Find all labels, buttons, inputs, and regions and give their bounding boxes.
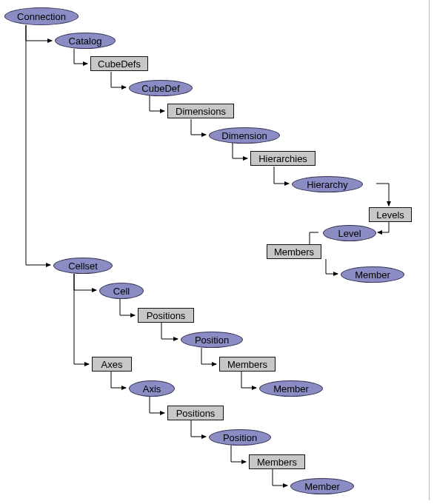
node-cellset: Cellset xyxy=(53,258,113,274)
node-cubedef: CubeDef xyxy=(129,80,193,96)
node-position-1: Position xyxy=(181,332,243,348)
node-level: Level xyxy=(323,225,376,241)
node-members-3: Members xyxy=(249,454,305,469)
connectors xyxy=(0,0,434,504)
node-positions-1: Positions xyxy=(138,308,194,323)
node-levels: Levels xyxy=(369,207,412,222)
node-cell: Cell xyxy=(99,283,144,299)
node-members-2: Members xyxy=(219,357,276,372)
diagram-canvas: Connection Catalog CubeDefs CubeDef Dime… xyxy=(0,0,434,504)
node-catalog: Catalog xyxy=(55,33,116,49)
vertical-divider xyxy=(429,0,430,500)
node-hierarchy: Hierarchy xyxy=(292,176,363,192)
node-dimensions: Dimensions xyxy=(167,104,234,118)
node-member-1: Member xyxy=(341,266,404,283)
node-member-3: Member xyxy=(290,478,354,494)
node-dimension: Dimension xyxy=(209,127,280,144)
node-connection: Connection xyxy=(4,7,79,25)
node-members-1: Members xyxy=(267,244,321,259)
node-axis: Axis xyxy=(129,380,175,397)
node-member-2: Member xyxy=(259,380,323,397)
node-hierarchies: Hierarchies xyxy=(250,151,316,166)
node-axes: Axes xyxy=(92,357,132,372)
node-positions-2: Positions xyxy=(167,406,224,420)
node-cubedefs: CubeDefs xyxy=(90,56,148,71)
node-position-2: Position xyxy=(209,429,271,446)
